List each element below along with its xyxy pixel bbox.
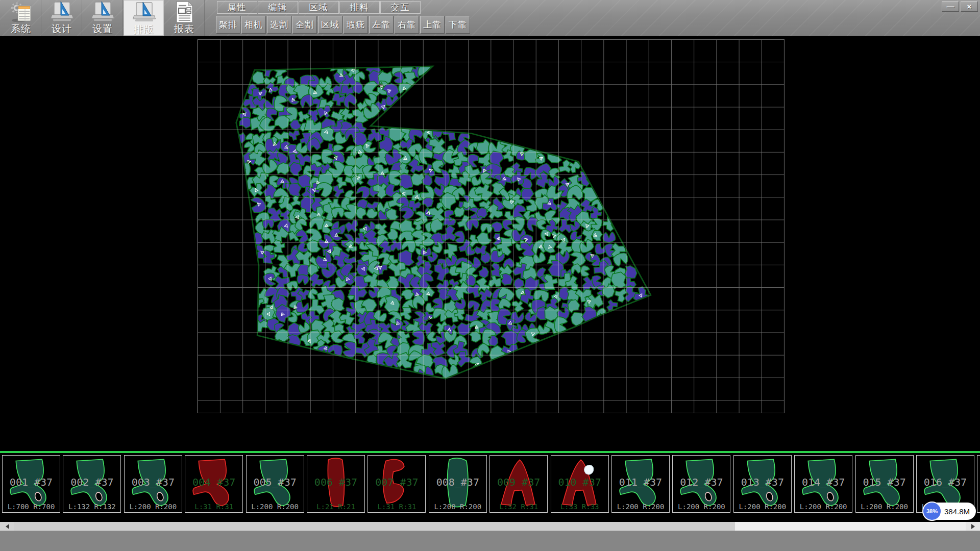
main-button-system[interactable]: 系统 — [1, 0, 41, 36]
piece-shape-graphic — [431, 457, 485, 511]
piece-thumbnail-strip: 001_#37L:700 R:700002_#37L:132 R:132003_… — [0, 451, 980, 515]
close-button[interactable]: × — [961, 1, 978, 12]
menu-tab-5[interactable]: 交互 — [380, 1, 421, 14]
main-button-label: 设计 — [52, 24, 72, 34]
main-button-settings[interactable]: 设置 — [83, 0, 123, 36]
piece-thumbnail-2[interactable]: 002_#37L:132 R:132 — [63, 455, 121, 513]
right-arrow-icon — [971, 524, 975, 529]
piece-thumbnail-4[interactable]: 004_#37L:31 R:31 — [185, 455, 243, 513]
action-button-1[interactable]: 聚排 — [216, 16, 240, 34]
action-button-3[interactable]: 选割 — [267, 16, 291, 34]
piece-shape-graphic — [370, 457, 424, 511]
piece-shape-graphic — [857, 457, 912, 511]
system-gear-icon — [9, 1, 33, 24]
action-button-9[interactable]: 上靠 — [420, 16, 445, 34]
piece-thumbnail-1[interactable]: 001_#37L:700 R:700 — [2, 455, 60, 513]
main-button-label: 报表 — [174, 24, 194, 34]
nesting-canvas[interactable] — [0, 36, 980, 451]
piece-shape-graphic — [187, 457, 241, 511]
piece-shape-graphic — [248, 457, 302, 511]
menu-tab-4[interactable]: 排料 — [339, 1, 380, 14]
piece-thumbnail-8[interactable]: 008_#37L:200 R:200 — [429, 455, 487, 513]
piece-shape-graphic — [553, 457, 607, 511]
piece-shape-graphic — [309, 457, 363, 511]
minimize-button[interactable]: — — [942, 1, 959, 12]
piece-thumbnail-11[interactable]: 011_#37L:200 R:200 — [611, 455, 670, 513]
left-arrow-icon — [6, 524, 9, 529]
action-button-5[interactable]: 区域 — [318, 16, 342, 34]
action-button-10[interactable]: 下靠 — [446, 16, 470, 34]
piece-thumbnail-14[interactable]: 014_#37L:200 R:200 — [794, 455, 852, 513]
piece-shape-graphic — [796, 457, 850, 511]
action-button-2[interactable]: 相机 — [241, 16, 266, 34]
piece-shape-graphic — [674, 457, 728, 511]
piece-thumbnail-7[interactable]: 007_#37L:31 R:31 — [368, 455, 426, 513]
menu-tab-2[interactable]: 编辑 — [258, 1, 298, 14]
main-button-report[interactable]: 报表 — [164, 0, 205, 36]
memory-value: 384.8M — [944, 507, 970, 516]
piece-thumbnail-15[interactable]: 015_#37L:200 R:200 — [855, 455, 914, 513]
scrollbar-thumb[interactable] — [14, 522, 735, 531]
status-bar — [0, 531, 980, 551]
main-button-nesting[interactable]: 排版 — [124, 0, 164, 36]
memory-usage-badge: 38% 384.8M — [923, 503, 976, 520]
piece-shape-graphic — [492, 457, 546, 511]
menu-tab-3[interactable]: 区域 — [299, 1, 339, 14]
scroll-left-button[interactable] — [0, 522, 14, 531]
piece-shape-graphic — [4, 457, 58, 511]
piece-thumbnail-12[interactable]: 012_#37L:200 R:200 — [672, 455, 730, 513]
report-doc-icon — [174, 1, 195, 24]
piece-thumbnail-3[interactable]: 003_#37L:200 R:200 — [124, 455, 182, 513]
design-ruler-icon — [50, 1, 74, 24]
settings-ruler-icon — [91, 1, 114, 24]
action-button-4[interactable]: 全割 — [292, 16, 317, 34]
piece-shape-graphic — [65, 457, 119, 511]
action-button-8[interactable]: 右靠 — [395, 16, 419, 34]
main-button-label: 系统 — [11, 24, 31, 34]
main-button-label: 排版 — [134, 24, 154, 35]
main-button-design[interactable]: 设计 — [42, 0, 82, 36]
menu-tab-1[interactable]: 属性 — [217, 1, 257, 14]
piece-thumbnail-5[interactable]: 005_#37L:200 R:200 — [246, 455, 304, 513]
scroll-right-button[interactable] — [966, 522, 980, 531]
piece-shape-graphic — [614, 457, 668, 511]
main-button-label: 设置 — [92, 24, 113, 34]
piece-thumbnail-10[interactable]: 010_#37L:33 R:33 — [551, 455, 609, 513]
top-toolbar: 系统 设计 设置 — [0, 0, 980, 36]
piece-thumbnail-9[interactable]: 009_#37L:32 R:31 — [489, 455, 548, 513]
horizontal-scrollbar[interactable] — [0, 522, 980, 531]
nesting-ruler-icon — [132, 2, 156, 24]
piece-thumbnail-13[interactable]: 013_#37L:200 R:200 — [733, 455, 792, 513]
piece-thumbnail-17[interactable] — [977, 455, 980, 513]
action-button-7[interactable]: 左靠 — [369, 16, 394, 34]
piece-shape-graphic — [126, 457, 180, 511]
piece-thumbnail-6[interactable]: 006_#37L:21 R:21 — [307, 455, 365, 513]
progress-percent-badge: 38% — [922, 502, 942, 521]
action-button-6[interactable]: 瑕疵 — [344, 16, 368, 34]
piece-shape-graphic — [736, 457, 790, 511]
